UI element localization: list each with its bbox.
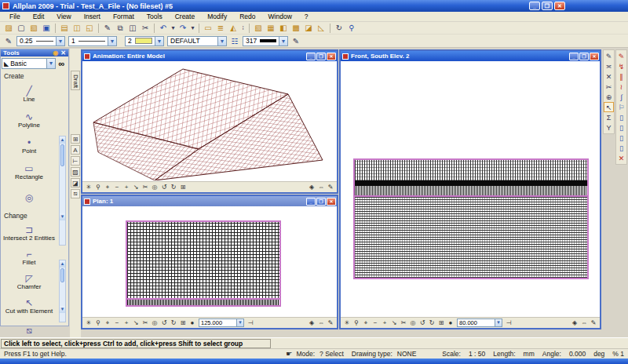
- minimize-button[interactable]: _: [306, 53, 316, 60]
- plan-scale-select[interactable]: 125.000 ▼: [199, 318, 244, 327]
- taskbar-strip[interactable]: [0, 359, 628, 364]
- delete-element-icon[interactable]: ✕: [604, 71, 614, 82]
- copy-icon[interactable]: ⧉: [114, 23, 126, 34]
- scrollbar-thumb[interactable]: [60, 268, 64, 282]
- layer-select[interactable]: DEFAULT ▼: [167, 36, 227, 46]
- line-type-select[interactable]: 1 ▼: [68, 36, 117, 46]
- modify-format-icon[interactable]: ✎: [290, 35, 302, 46]
- dimension-icon[interactable]: ⊢: [71, 156, 80, 166]
- palette-item-polyline[interactable]: ∿Polyline: [18, 107, 40, 133]
- palette-scrollbar-change[interactable]: ▲ ▼: [59, 260, 66, 322]
- drawing-file-icon[interactable]: ▭: [202, 23, 214, 34]
- sum-icon[interactable]: Σ: [604, 112, 614, 122]
- pan-icon[interactable]: ⌖: [361, 318, 371, 328]
- zoom-all-icon[interactable]: ◎: [150, 183, 159, 192]
- save-view-icon[interactable]: ⊞: [178, 183, 188, 192]
- project-icon[interactable]: ◭: [227, 23, 239, 34]
- menu-item-modify[interactable]: Modify: [201, 13, 233, 20]
- front-title-bar[interactable]: Front, South Elev. 2 _❐✕: [341, 51, 600, 61]
- draft-tab[interactable]: Draft: [71, 71, 80, 90]
- restore-button[interactable]: ❐: [579, 53, 589, 60]
- render-icon[interactable]: ◪: [302, 23, 315, 34]
- spline-icon[interactable]: ∫: [616, 92, 626, 102]
- red-pen-icon[interactable]: ✎: [616, 51, 626, 61]
- front-scale-select[interactable]: 80.000 ▼: [457, 318, 502, 327]
- scale-apply-icon[interactable]: ⊣: [504, 318, 513, 328]
- save-icon[interactable]: ▣: [40, 23, 53, 34]
- redo-dropdown-icon[interactable]: ▾: [189, 23, 196, 34]
- open-project-icon[interactable]: ▨: [2, 23, 15, 34]
- zoom-all-icon[interactable]: ◎: [150, 318, 159, 328]
- scale-apply-icon[interactable]: ⊣: [246, 318, 255, 328]
- select-arrow-icon[interactable]: ↖: [604, 102, 614, 112]
- wave-icon[interactable]: ≀: [616, 82, 626, 92]
- pen-thickness-select[interactable]: 0.25 ▼: [16, 36, 65, 46]
- palette-title-bar[interactable]: Tools ◉ ✕: [1, 49, 68, 56]
- line-color-select[interactable]: 2 ▼: [125, 36, 164, 46]
- brush-icon[interactable]: ✎: [101, 23, 114, 34]
- rotate-left-icon[interactable]: ↺: [159, 318, 169, 328]
- print-preview-icon[interactable]: ◫: [71, 23, 83, 34]
- pattern-icon[interactable]: ▨: [71, 167, 80, 177]
- close-button[interactable]: ✕: [590, 53, 599, 60]
- fill-icon[interactable]: ⧅: [71, 189, 80, 198]
- pan-icon[interactable]: ⌖: [103, 318, 112, 328]
- rotate-left-icon[interactable]: ↺: [418, 318, 427, 328]
- scroll-down-icon[interactable]: ▼: [60, 213, 65, 220]
- animation-canvas[interactable]: [82, 61, 337, 181]
- mode-value[interactable]: ? Select: [316, 350, 348, 358]
- rotate-right-icon[interactable]: ↻: [169, 183, 178, 192]
- close-button[interactable]: ✕: [327, 53, 336, 60]
- clip-icon[interactable]: ✂: [399, 318, 408, 328]
- palette-item-rectangle[interactable]: ▭Rectangle: [15, 158, 43, 184]
- open-file-icon[interactable]: ▧: [27, 23, 40, 34]
- new-file-icon[interactable]: ▢: [15, 23, 27, 34]
- zoom-all-icon[interactable]: ◎: [408, 318, 418, 328]
- doc-c-icon[interactable]: ▯: [616, 133, 626, 143]
- split-window-icon[interactable]: ⇔: [316, 318, 326, 328]
- measure-icon[interactable]: ◺: [315, 23, 327, 34]
- pan-icon[interactable]: ⌖: [103, 183, 112, 192]
- undo-icon[interactable]: ↶: [157, 23, 170, 34]
- save-view-icon[interactable]: ⊞: [178, 318, 188, 328]
- scale-value[interactable]: 1 : 50: [465, 350, 489, 358]
- pin-view-icon[interactable]: ✎: [326, 318, 335, 328]
- chevron-down-icon[interactable]: ▼: [56, 37, 64, 46]
- doc-b-icon[interactable]: ▯: [616, 122, 626, 133]
- refresh-icon[interactable]: ↻: [333, 23, 345, 34]
- zoom-in-icon[interactable]: +: [122, 183, 131, 192]
- copy-move-icon[interactable]: ⊕: [604, 92, 614, 102]
- menu-item-tools[interactable]: Tools: [141, 13, 169, 20]
- close-button[interactable]: ✕: [554, 2, 565, 10]
- animation-icon[interactable]: ▩: [290, 23, 302, 34]
- chevron-down-icon[interactable]: ▼: [46, 59, 55, 68]
- pin-view-icon[interactable]: ✎: [326, 183, 335, 192]
- chevron-down-icon[interactable]: ▼: [108, 37, 116, 46]
- clip-icon[interactable]: ✂: [141, 318, 150, 328]
- close-button[interactable]: ✕: [327, 198, 336, 206]
- track-point-icon[interactable]: ●: [188, 318, 197, 328]
- view-manager-icon[interactable]: ◧: [277, 23, 290, 34]
- palette-item-point[interactable]: •Point: [22, 133, 36, 158]
- menu-item-insert[interactable]: Insert: [78, 13, 107, 20]
- close-task-icon[interactable]: ✕: [616, 153, 626, 163]
- zoom-value[interactable]: % 1: [608, 350, 628, 358]
- palette-scrollbar-create[interactable]: ▲ ▼: [59, 136, 66, 246]
- menu-item-window[interactable]: Window: [262, 13, 298, 20]
- palette-item-fillet[interactable]: ⌐Fillet: [23, 245, 36, 269]
- palette-item-chamfer[interactable]: ◸Chamfer: [17, 269, 42, 293]
- chevron-down-icon[interactable]: ▼: [155, 37, 163, 46]
- zoom-out-icon[interactable]: −: [112, 318, 122, 328]
- menu-item-create[interactable]: Create: [169, 13, 202, 20]
- menu-item-format[interactable]: Format: [107, 13, 141, 20]
- branch-icon[interactable]: Y: [604, 122, 614, 133]
- erase-icon[interactable]: ✂: [604, 82, 614, 92]
- print-icon[interactable]: ▤: [58, 23, 71, 34]
- window-mode-icon[interactable]: ◈: [307, 183, 316, 192]
- menu-item-edit[interactable]: Edit: [27, 13, 51, 20]
- window-mode-icon[interactable]: ◈: [307, 318, 316, 328]
- animation-title-bar[interactable]: Animation: Entire Model _❐✕: [82, 51, 337, 61]
- menu-item-redo[interactable]: Redo: [233, 13, 261, 20]
- binoculars-icon[interactable]: ∞: [56, 58, 68, 69]
- split-window-icon[interactable]: ⇔: [316, 183, 326, 192]
